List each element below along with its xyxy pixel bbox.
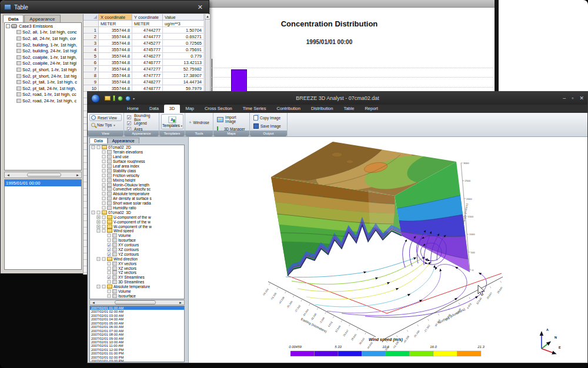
import-image-button[interactable]: Import Image xyxy=(215,114,248,125)
checkbox[interactable] xyxy=(102,192,106,196)
expander-icon[interactable]: + xyxy=(97,225,101,228)
tree-item[interactable]: So2, road, 1-hr, 1st high, cc xyxy=(5,92,81,98)
expander-icon[interactable]: - xyxy=(92,146,95,149)
checkbox[interactable] xyxy=(108,262,111,265)
tree-item[interactable]: YZ vectors xyxy=(90,270,184,275)
ribbon-tab-map[interactable]: Map xyxy=(180,105,199,113)
scroll-up-icon[interactable]: ▲ xyxy=(205,14,210,19)
tree-item[interactable]: ✓XY contours xyxy=(90,243,184,247)
checkbox[interactable] xyxy=(102,188,106,191)
tree-item[interactable]: -Wind speed xyxy=(90,229,184,233)
checkbox[interactable]: ✓ xyxy=(108,276,111,279)
tree-item[interactable]: -Absolute temperature xyxy=(90,285,184,289)
checkbox[interactable] xyxy=(102,206,106,210)
ribbon-tab-data[interactable]: Data xyxy=(144,105,164,113)
tree-item[interactable]: So2, pt_short, 24-hr, 1st hig xyxy=(5,73,81,79)
table-row[interactable]: 8355744.8474777717.38907 xyxy=(83,72,210,79)
grid-header-value[interactable]: Value xyxy=(163,14,204,21)
3d-viewport[interactable]: -59.334-51.336-43.338-35.340-27.342-19.3… xyxy=(189,137,587,363)
tree-item[interactable]: Friction velocity xyxy=(90,173,184,178)
checkbox[interactable] xyxy=(108,290,111,293)
tree-item[interactable]: -07cma02_2D xyxy=(90,145,184,150)
checkbox[interactable] xyxy=(102,160,106,163)
save-image-button[interactable]: Save Image xyxy=(252,122,285,130)
checkbox[interactable] xyxy=(102,197,106,200)
scroll-right-icon[interactable]: ► xyxy=(74,173,81,177)
breeze-titlebar[interactable]: ▾ BREEZE 3D Analyst - 07cma02.dat – ▫ ✕ xyxy=(88,92,587,105)
tree-item[interactable]: Isosurface xyxy=(90,294,184,299)
tree-item[interactable]: Short wave solar radia xyxy=(90,201,184,206)
checkbox[interactable] xyxy=(102,165,106,168)
expander-icon[interactable]: - xyxy=(97,257,101,260)
tree-item[interactable]: Volume xyxy=(90,289,184,294)
expander-icon[interactable]: - xyxy=(97,285,101,289)
tree-item[interactable]: -Wind direction xyxy=(90,256,184,261)
grid-corner-cell[interactable] xyxy=(83,14,99,21)
tree-item[interactable]: +W-component of the w xyxy=(90,224,184,229)
table-row[interactable]: 7355744.8474727752.75982 xyxy=(83,66,210,72)
tree-item[interactable]: -07cma02_3D xyxy=(90,210,184,215)
ribbon-tab-contribution[interactable]: Contribution xyxy=(271,105,305,113)
checkbox[interactable]: ✓ xyxy=(108,248,111,252)
tree-item[interactable]: So2, building, 1-hr, 1st high, xyxy=(5,42,81,48)
expander-icon[interactable]: + xyxy=(97,215,101,219)
nav-tips-button[interactable]: Nav Tips▾ xyxy=(89,122,122,128)
checkbox[interactable] xyxy=(102,229,106,233)
checkbox[interactable] xyxy=(108,234,111,237)
tree-item[interactable]: So2, coalpile, 24-hr, 1st higl xyxy=(5,61,81,67)
checkbox[interactable] xyxy=(102,220,106,223)
tree-item[interactable]: Land use xyxy=(90,155,184,159)
windrose-button[interactable]: Windrose xyxy=(187,118,211,126)
checkbox[interactable]: ✓ xyxy=(127,115,131,119)
tree-item[interactable]: XZ vectors xyxy=(90,266,184,270)
checkbox[interactable] xyxy=(108,239,111,242)
ribbon-tab-3d[interactable]: 3D xyxy=(164,105,181,113)
checkbox[interactable] xyxy=(102,173,106,177)
tree-item[interactable]: ✓YZ contours xyxy=(90,252,184,256)
tree-item[interactable]: Air density at surface s xyxy=(90,196,184,201)
checkbox[interactable] xyxy=(102,257,106,260)
chart-window-titlebar[interactable] xyxy=(205,0,495,8)
table-row[interactable]: 4355744.847457770.75691 xyxy=(83,46,210,53)
ribbon-tab-cross-section[interactable]: Cross Section xyxy=(199,105,238,113)
checkbox[interactable] xyxy=(97,146,101,149)
checkbox[interactable] xyxy=(102,285,106,289)
tree-item[interactable]: So2, road, 24-hr, 1st high, c xyxy=(5,98,81,104)
checkbox[interactable] xyxy=(102,183,106,186)
checkbox[interactable] xyxy=(102,150,106,154)
tree-item[interactable]: Surface roughness xyxy=(90,159,184,164)
table-row[interactable]: 6355744.8474677713.42113 xyxy=(83,59,210,66)
templates-button[interactable]: A Templates ▾ xyxy=(161,114,183,129)
close-icon[interactable]: ✕ xyxy=(579,95,584,101)
tab-appearance[interactable]: Appearance xyxy=(24,15,60,23)
tree-item[interactable]: XY vectors xyxy=(90,261,184,266)
ribbon-tab-home[interactable]: Home xyxy=(122,105,144,113)
tree-item[interactable]: Terrain elevations xyxy=(90,150,184,155)
expander-icon[interactable]: + xyxy=(97,220,101,223)
tree-item[interactable]: ✓XZ contours xyxy=(90,247,184,252)
tree-item[interactable]: Mixing height xyxy=(90,178,184,182)
checkbox[interactable] xyxy=(102,215,106,219)
appearance-checkbox[interactable]: ✓Bounding Box xyxy=(127,115,156,120)
scroll-thumb[interactable] xyxy=(27,173,61,177)
tree-item[interactable]: -Case3 Emissions xyxy=(5,23,81,29)
ribbon-tab-time-series[interactable]: Time Series xyxy=(238,105,272,113)
ribbon-tab-table[interactable]: Table xyxy=(338,105,359,113)
tree-item[interactable]: Monin-Obukov length xyxy=(90,182,184,187)
tree-item[interactable]: So2, building, 24-hr, 1st higl xyxy=(5,48,81,54)
checkbox[interactable] xyxy=(108,294,111,297)
tree-item[interactable]: So2, pt_short, 1-hr, 1st high xyxy=(5,66,81,73)
tree-item[interactable]: +V-component of the w xyxy=(90,219,184,224)
checkbox[interactable] xyxy=(108,271,111,275)
tree-item[interactable]: Stability class xyxy=(90,168,184,173)
expander-icon[interactable]: - xyxy=(92,210,95,214)
table-row[interactable]: 2355744.847447770.69271 xyxy=(83,34,210,40)
expander-icon[interactable]: - xyxy=(6,24,10,28)
tree-item[interactable]: Convective velocity sc xyxy=(90,187,184,192)
tree-item[interactable]: So2, all, 24-hr, 1st high, cor xyxy=(5,35,81,42)
panel-hscrollbar[interactable]: ◄ ► xyxy=(89,300,185,305)
grid-header-x[interactable]: X coordinate xyxy=(99,14,132,21)
checkbox[interactable] xyxy=(108,280,111,284)
checkbox[interactable] xyxy=(102,225,106,228)
expander-icon[interactable]: - xyxy=(97,229,101,233)
